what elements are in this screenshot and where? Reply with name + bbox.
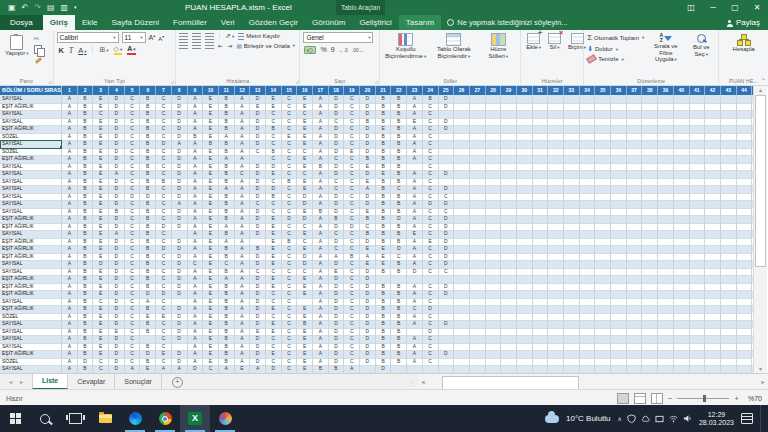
column-header[interactable]: 1 xyxy=(62,86,78,95)
answer-cell[interactable] xyxy=(690,365,706,373)
format-as-table-button[interactable]: Tablo Olarak Biçimlendir xyxy=(431,32,476,76)
column-header[interactable]: 13 xyxy=(250,86,266,95)
action-center-icon[interactable] xyxy=(741,413,753,424)
answer-cell[interactable]: D xyxy=(109,365,125,373)
column-header[interactable]: 34 xyxy=(580,86,596,95)
prev-sheet-icon[interactable]: ◄ xyxy=(8,379,13,385)
sheet-tab-sonuçlar[interactable]: Sonuçlar xyxy=(115,374,162,390)
redo-icon[interactable]: ↷ xyxy=(34,0,41,15)
answer-cell[interactable]: A xyxy=(172,365,188,373)
answer-cell[interactable] xyxy=(517,365,533,373)
next-sheet-icon[interactable]: ► xyxy=(19,379,24,385)
column-header[interactable]: 31 xyxy=(533,86,549,95)
answer-cell[interactable] xyxy=(439,365,455,373)
number-format-select[interactable]: Genel xyxy=(303,32,373,43)
qat-dropdown-icon[interactable]: ▾ xyxy=(74,0,77,15)
table-header-label-cell[interactable]: BÖLÜM / SORU SIRASI xyxy=(0,86,62,95)
ribbon-tab-görünüm[interactable]: Görünüm xyxy=(305,15,352,30)
column-header[interactable]: 44 xyxy=(737,86,753,95)
column-header[interactable]: 9 xyxy=(188,86,204,95)
clear-button[interactable]: Temizle xyxy=(587,56,644,62)
align-left-icon[interactable] xyxy=(179,42,188,49)
vertical-scroll-thumb[interactable] xyxy=(755,95,766,267)
answer-cell[interactable] xyxy=(501,365,517,373)
format-painter-icon[interactable] xyxy=(34,57,41,64)
sheet-tab-cevaplar[interactable]: Cevaplar xyxy=(68,374,115,390)
column-header[interactable]: 12 xyxy=(235,86,251,95)
answer-cell[interactable]: C xyxy=(282,365,298,373)
bold-icon[interactable]: K xyxy=(59,46,64,55)
cut-icon[interactable]: ✂ xyxy=(34,35,42,43)
find-select-button[interactable]: Bul ve Seç xyxy=(687,32,715,76)
column-header[interactable]: 3 xyxy=(93,86,109,95)
column-header[interactable]: 38 xyxy=(642,86,658,95)
column-header[interactable]: 2 xyxy=(78,86,94,95)
underline-icon[interactable]: A xyxy=(78,46,86,55)
column-header[interactable]: 4 xyxy=(109,86,125,95)
weather-label[interactable]: 10°C Bulutlu xyxy=(566,414,611,423)
graphics-app-button[interactable] xyxy=(210,405,240,432)
tray-chevron-icon[interactable]: ∧ xyxy=(618,415,622,422)
answer-cell[interactable]: A xyxy=(125,365,141,373)
taskbar-clock[interactable]: 12:29 28.03.2023 xyxy=(699,411,734,427)
column-header[interactable]: 42 xyxy=(705,86,721,95)
column-header[interactable]: 30 xyxy=(517,86,533,95)
answer-cell[interactable]: A xyxy=(219,365,235,373)
answer-cell[interactable]: D xyxy=(188,365,204,373)
borders-icon[interactable]: ⊞ xyxy=(99,46,108,54)
column-header[interactable]: 11 xyxy=(219,86,235,95)
answer-cell[interactable] xyxy=(658,365,674,373)
orientation-icon[interactable]: ⇗ xyxy=(225,32,234,40)
column-header[interactable]: 17 xyxy=(313,86,329,95)
onedrive-cloud-icon[interactable] xyxy=(641,414,650,423)
italic-icon[interactable]: T xyxy=(69,46,73,55)
sort-filter-button[interactable]: AZ Sırala ve Filtre Uygula xyxy=(647,32,684,76)
align-top-icon[interactable] xyxy=(179,33,188,40)
chrome-button[interactable] xyxy=(150,405,180,432)
scrollbar-splitter[interactable]: ⋮ xyxy=(408,379,415,386)
conditional-formatting-button[interactable]: Koşullu Biçimlendirme xyxy=(383,32,428,76)
selected-cell[interactable]: SAYISAL xyxy=(0,140,62,149)
column-header[interactable]: 14 xyxy=(266,86,282,95)
answer-cell[interactable] xyxy=(454,365,470,373)
increase-font-icon[interactable]: A xyxy=(149,33,156,41)
scroll-up-icon[interactable]: ▲ xyxy=(758,86,763,94)
answer-cell[interactable]: E xyxy=(140,365,156,373)
file-explorer-button[interactable] xyxy=(90,405,120,432)
answer-cell[interactable] xyxy=(737,365,753,373)
paste-button[interactable]: Yapıştır xyxy=(3,32,31,76)
column-header[interactable]: 5 xyxy=(125,86,141,95)
column-header[interactable]: 18 xyxy=(329,86,345,95)
column-header[interactable]: 39 xyxy=(658,86,674,95)
align-center-icon[interactable] xyxy=(192,42,201,49)
align-bottom-icon[interactable] xyxy=(205,33,214,40)
ribbon-display-options-icon[interactable]: ◫ xyxy=(680,0,702,15)
task-view-button[interactable] xyxy=(60,405,90,432)
answer-cell[interactable] xyxy=(407,365,423,373)
column-header[interactable]: 15 xyxy=(282,86,298,95)
horizontal-scroll-track[interactable] xyxy=(428,374,758,390)
column-header[interactable]: 24 xyxy=(423,86,439,95)
column-header[interactable]: 22 xyxy=(391,86,407,95)
answer-cell[interactable] xyxy=(564,365,580,373)
page-break-view-icon[interactable] xyxy=(651,393,663,404)
taskbar-search-button[interactable] xyxy=(30,405,60,432)
weather-cloud-icon[interactable] xyxy=(545,415,559,423)
row-label-cell[interactable]: SAYISAL xyxy=(0,365,62,373)
column-header[interactable]: 25 xyxy=(439,86,455,95)
answer-cell[interactable] xyxy=(642,365,658,373)
decrease-decimal-icon[interactable]: .00→ xyxy=(352,47,364,53)
comma-style-icon[interactable]: 9 xyxy=(331,46,335,53)
column-header[interactable]: 8 xyxy=(172,86,188,95)
dialog-launcher-icon[interactable]: ◿ xyxy=(49,79,52,84)
answer-cell[interactable]: D xyxy=(266,365,282,373)
share-button[interactable]: Paylaş xyxy=(719,15,768,30)
zoom-slider[interactable] xyxy=(677,398,729,399)
scroll-left-icon[interactable]: ◄ xyxy=(418,374,428,390)
answer-cell[interactable]: B xyxy=(313,365,329,373)
ribbon-tab-formüller[interactable]: Formüller xyxy=(166,15,214,30)
fill-color-icon[interactable]: ◇ xyxy=(114,45,123,55)
hesapla-button[interactable]: Hesapla xyxy=(731,32,757,76)
collapse-ribbon-icon[interactable]: ⌃ xyxy=(761,77,766,84)
font-name-select[interactable]: Calibri xyxy=(57,32,119,43)
